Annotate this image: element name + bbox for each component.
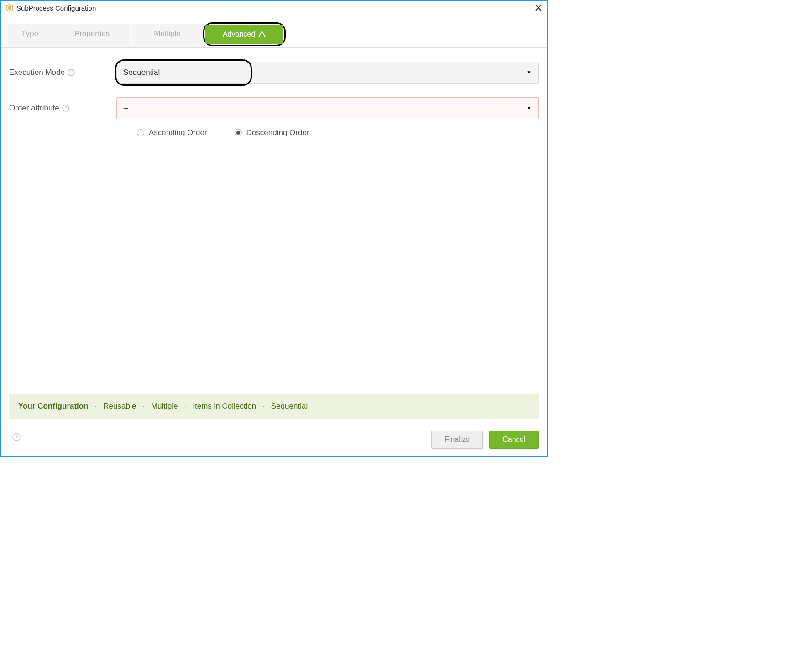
tab-multiple[interactable]: Multiple [132,24,203,47]
execution-mode-select[interactable]: Sequential ▼ [116,62,539,84]
footer: Finalize Cancel [1,424,547,456]
window-title: SubProcess Configuration [16,4,96,12]
order-attribute-select-cell: -- ▼ [116,97,539,119]
execution-mode-label-cell: Execution Mode ? [9,68,116,77]
help-icon[interactable]: ? [62,105,69,112]
summary-item: Sequential [271,402,308,411]
ascending-label: Ascending Order [149,128,207,137]
ascending-radio[interactable] [137,129,144,136]
execution-mode-select-cell: Sequential ▼ [116,62,539,84]
app-icon [5,4,14,12]
chevron-down-icon: ▼ [526,69,532,76]
tab-advanced-highlight: Advanced [203,22,286,46]
chevron-down-icon: ▼ [526,105,532,111]
svg-text:?: ? [64,106,67,111]
tab-advanced[interactable]: Advanced [205,25,283,44]
help-icon[interactable]: ? [68,69,75,76]
ascending-radio-item[interactable]: Ascending Order [137,128,207,137]
content-area: Execution Mode ? Sequential ▼ Order attr… [1,48,547,147]
summary-item: Reusable [103,402,136,411]
finalize-button[interactable]: Finalize [431,430,483,449]
execution-mode-label: Execution Mode [9,68,65,77]
summary-item: Items in Collection [193,402,256,411]
tabs: Type Properties Multiple Advanced [1,24,547,48]
summary-label: Your Configuration [18,402,89,411]
descending-label: Descending Order [246,128,309,137]
close-icon[interactable] [535,4,542,13]
svg-point-5 [262,36,262,37]
order-attribute-label: Order attribute [9,104,59,113]
summary-bar: Your Configuration · Reusable · Multiple… [9,394,539,419]
order-attribute-row: Order attribute ? -- ▼ [9,97,539,119]
tab-advanced-label: Advanced [223,30,255,38]
warning-icon [258,30,266,38]
cancel-button[interactable]: Cancel [489,430,539,449]
summary-sep: · [142,402,145,411]
summary-item: Multiple [151,402,178,411]
execution-mode-value: Sequential [123,68,160,77]
order-attribute-select[interactable]: -- ▼ [116,97,539,119]
order-attribute-value: -- [123,104,128,113]
descending-radio[interactable] [235,129,242,136]
titlebar: SubProcess Configuration [1,1,547,15]
summary-sep: · [184,402,187,411]
summary-sep: · [95,402,97,411]
order-attribute-label-cell: Order attribute ? [9,104,116,113]
order-direction-radios: Ascending Order Descending Order [137,128,539,137]
summary-sep: · [262,402,265,411]
tab-properties[interactable]: Properties [52,24,131,47]
svg-text:?: ? [70,70,73,75]
execution-mode-row: Execution Mode ? Sequential ▼ [9,62,539,84]
descending-radio-item[interactable]: Descending Order [235,128,309,137]
tab-type[interactable]: Type [8,24,52,47]
